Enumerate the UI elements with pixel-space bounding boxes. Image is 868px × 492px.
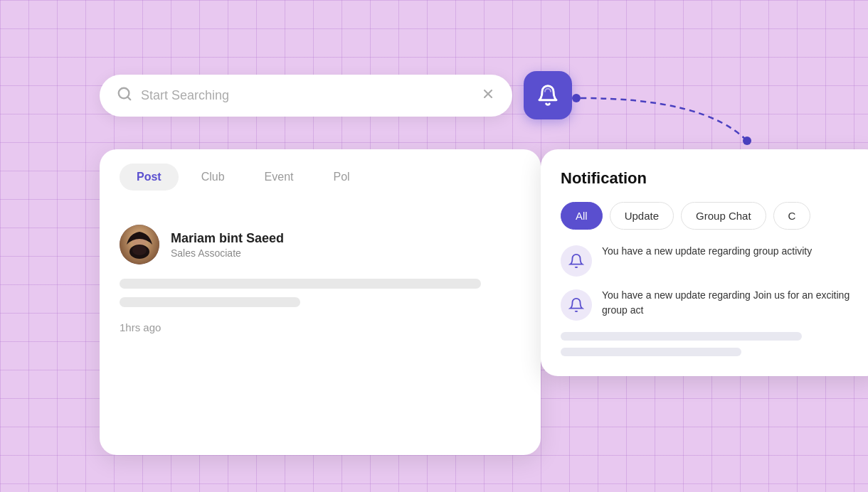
search-placeholder: Start Searching (141, 88, 472, 103)
notif-text-2: You have a new update regarding Join us … (602, 288, 862, 318)
post-author: Mariam bint Saeed Sales Associate (120, 225, 521, 264)
post-content-lines (120, 279, 521, 307)
bell-button[interactable] (524, 71, 572, 119)
author-info: Mariam bint Saeed Sales Associate (171, 231, 284, 259)
notif-item-2: You have a new update regarding Join us … (561, 288, 862, 321)
filter-chips: All Update Group Chat C (561, 202, 862, 230)
clear-icon[interactable] (481, 87, 495, 105)
search-bar[interactable]: Start Searching (100, 75, 512, 117)
svg-point-10 (132, 245, 147, 255)
chip-all[interactable]: All (561, 202, 603, 230)
skeleton-line-2 (561, 348, 741, 356)
chip-update[interactable]: Update (610, 202, 674, 230)
tabs-row: Post Club Event Pol (100, 149, 541, 205)
skeleton-line-1 (561, 332, 802, 341)
svg-line-1 (127, 97, 130, 100)
avatar (120, 225, 159, 264)
content-line-2 (120, 297, 300, 307)
notif-bell-icon-2 (561, 289, 592, 321)
chip-c[interactable]: C (773, 202, 811, 230)
author-role: Sales Associate (171, 247, 284, 259)
notif-bell-icon-1 (561, 245, 592, 277)
post-panel: Post Club Event Pol (100, 149, 541, 455)
tab-event[interactable]: Event (248, 164, 311, 191)
skeleton-lines (561, 332, 862, 356)
tab-club[interactable]: Club (184, 164, 242, 191)
content-line-1 (120, 279, 481, 289)
notification-panel: Notification All Update Group Chat C You… (541, 149, 868, 376)
notification-list: You have a new update regarding group ac… (561, 244, 862, 321)
notification-title: Notification (561, 169, 862, 188)
tab-pol[interactable]: Pol (317, 164, 367, 191)
tab-post[interactable]: Post (120, 164, 179, 191)
post-timestamp: 1hrs ago (120, 321, 521, 333)
post-card: Mariam bint Saeed Sales Associate 1hrs a… (100, 205, 541, 353)
chip-group-chat[interactable]: Group Chat (681, 202, 766, 230)
search-bar-container: Start Searching (100, 71, 572, 119)
author-name: Mariam bint Saeed (171, 231, 284, 246)
notif-item-1: You have a new update regarding group ac… (561, 244, 862, 277)
notif-text-1: You have a new update regarding group ac… (602, 244, 812, 259)
search-icon (117, 86, 132, 105)
